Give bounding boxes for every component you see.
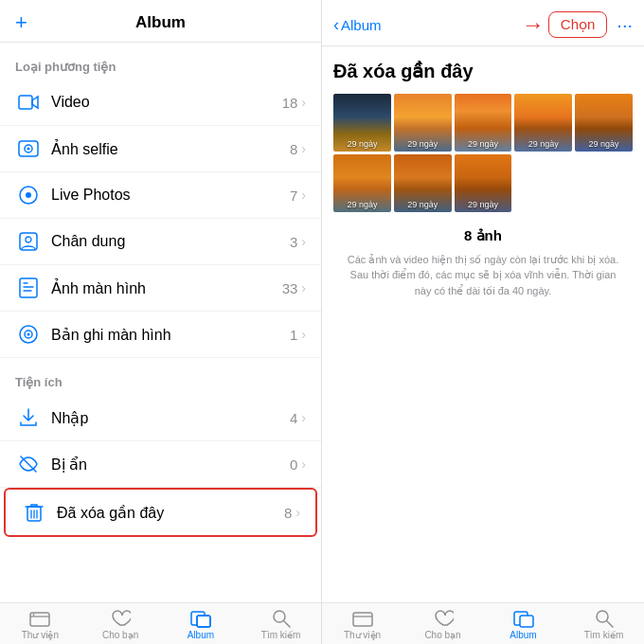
photo-6[interactable]: 29 ngày [333, 154, 391, 212]
list-item-import[interactable]: Nhập 4 › [0, 395, 321, 441]
list-item-hidden[interactable]: Bị ẩn 0 › [0, 441, 321, 488]
tab-album-label-left: Album [188, 630, 214, 640]
tab-search-label-left: Tìm kiếm [261, 630, 301, 640]
selfie-count: 8 [290, 141, 297, 157]
right-panel: ‹ Album → Chọn ··· Đã xóa gần đây 29 ngà… [322, 0, 644, 644]
svg-point-11 [27, 333, 30, 336]
chon-button[interactable]: Chọn [548, 11, 608, 38]
info-description: Các ảnh và video hiện thị số ngày còn lạ… [341, 252, 625, 299]
list-item-selfie[interactable]: Ảnh selfie 8 › [0, 126, 321, 172]
svg-rect-26 [520, 616, 533, 627]
portrait-count: 3 [290, 234, 297, 250]
list-item-screenshot[interactable]: Ảnh màn hình 33 › [0, 265, 321, 312]
photo-5[interactable]: 29 ngày [575, 94, 633, 152]
tab-library-label-right: Thư viện [344, 630, 381, 640]
svg-rect-0 [19, 96, 32, 109]
left-header: + Album [0, 0, 321, 43]
live-icon [15, 182, 42, 208]
photo-8[interactable]: 29 ngày [455, 154, 512, 212]
tab-album-label-right: Album [510, 630, 536, 640]
list-item-screenrecord[interactable]: Bản ghi màn hình 1 › [0, 312, 321, 358]
tab-foryou-right[interactable]: Cho bạn [402, 609, 483, 640]
section-label-utility: Tiện ích [0, 358, 321, 395]
import-label: Nhập [51, 409, 290, 427]
tab-search-right[interactable]: Tìm kiếm [564, 609, 644, 640]
photo-grid-row2: 29 ngày 29 ngày 29 ngày [333, 154, 633, 212]
tab-foryou-label-right: Cho bạn [424, 630, 460, 640]
photo-label-5: 29 ngày [589, 139, 619, 149]
trash-icon [21, 499, 47, 526]
list-item-deleted[interactable]: Đã xóa gần đây 8 › [4, 488, 317, 537]
portrait-label: Chân dung [51, 233, 290, 250]
svg-point-27 [597, 611, 608, 622]
photo-label-3: 29 ngày [468, 139, 498, 149]
selfie-label: Ảnh selfie [51, 140, 290, 158]
hidden-label: Bị ẩn [51, 456, 290, 474]
screenrecord-label: Bản ghi màn hình [51, 326, 290, 344]
more-button[interactable]: ··· [617, 14, 633, 36]
photo-label-2: 29 ngày [407, 139, 438, 149]
screenrecord-icon [15, 321, 42, 348]
portrait-chevron: › [301, 234, 306, 249]
photo-4[interactable]: 29 ngày [514, 94, 572, 152]
tab-library-left[interactable]: Thư viện [0, 609, 80, 640]
photo-3[interactable]: 29 ngày [455, 94, 512, 152]
import-icon [15, 404, 42, 431]
photo-label-8: 29 ngày [468, 200, 498, 209]
back-label: Album [341, 17, 382, 33]
left-title: Album [135, 13, 186, 32]
selfie-icon [15, 135, 42, 162]
screenshot-label: Ảnh màn hình [51, 279, 282, 297]
tab-library-label-left: Thư viện [22, 630, 59, 640]
portrait-icon [15, 228, 42, 255]
right-tab-bar: Thư viện Cho bạn Album [322, 602, 644, 644]
back-chevron-icon: ‹ [333, 15, 339, 35]
screenrecord-count: 1 [290, 327, 297, 343]
library-tab-icon-right [352, 609, 373, 628]
arrow-icon: → [522, 11, 545, 38]
deleted-chevron: › [295, 505, 300, 520]
screenshot-chevron: › [301, 280, 306, 295]
tab-album-left[interactable]: Album [161, 609, 242, 640]
photo-1[interactable]: 29 ngày [333, 94, 391, 152]
right-content: Đã xóa gần đây 29 ngày 29 ngày 29 ngày 2… [322, 46, 644, 602]
video-count: 18 [282, 95, 298, 111]
import-chevron: › [301, 410, 306, 425]
add-button[interactable]: + [15, 10, 27, 35]
photo-2[interactable]: 29 ngày [394, 94, 452, 152]
list-item-portrait[interactable]: Chân dung 3 › [0, 219, 321, 265]
screenshot-count: 33 [282, 280, 298, 296]
photo-7[interactable]: 29 ngày [394, 154, 452, 212]
right-page-title: Đã xóa gần đây [333, 60, 633, 82]
list-item-video[interactable]: Video 18 › [0, 80, 321, 126]
video-chevron: › [301, 95, 306, 110]
info-section: 8 ảnh Các ảnh và video hiện thị số ngày … [333, 212, 633, 307]
deleted-label: Đã xóa gần đây [57, 504, 284, 522]
tab-album-right[interactable]: Album [483, 609, 564, 640]
tab-search-label-right: Tìm kiếm [584, 630, 624, 640]
tab-search-left[interactable]: Tìm kiếm [241, 609, 321, 640]
list-item-live[interactable]: Live Photos 7 › [0, 172, 321, 219]
photo-count-label: 8 ảnh [341, 227, 625, 244]
svg-point-5 [26, 192, 31, 198]
photo-label-4: 29 ngày [528, 139, 559, 149]
svg-point-18 [33, 614, 35, 616]
back-button[interactable]: ‹ Album [333, 15, 382, 35]
live-chevron: › [301, 188, 306, 203]
live-label: Live Photos [51, 187, 290, 204]
left-tab-bar: Thư viện Cho bạn Album [0, 602, 321, 644]
photo-label-6: 29 ngày [347, 200, 377, 209]
svg-rect-8 [20, 278, 37, 297]
search-tab-icon [272, 609, 291, 628]
deleted-count: 8 [284, 505, 292, 521]
tab-library-right[interactable]: Thư viện [322, 609, 402, 640]
hidden-icon [15, 451, 42, 477]
tab-foryou-left[interactable]: Cho bạn [80, 609, 161, 640]
svg-rect-24 [353, 613, 372, 626]
svg-point-22 [274, 611, 285, 622]
album-tab-icon [190, 609, 211, 628]
right-header: ‹ Album → Chọn ··· [322, 0, 644, 46]
library-tab-icon [29, 609, 50, 628]
tab-foryou-label-left: Cho bạn [102, 630, 138, 640]
screenrecord-chevron: › [301, 327, 306, 342]
